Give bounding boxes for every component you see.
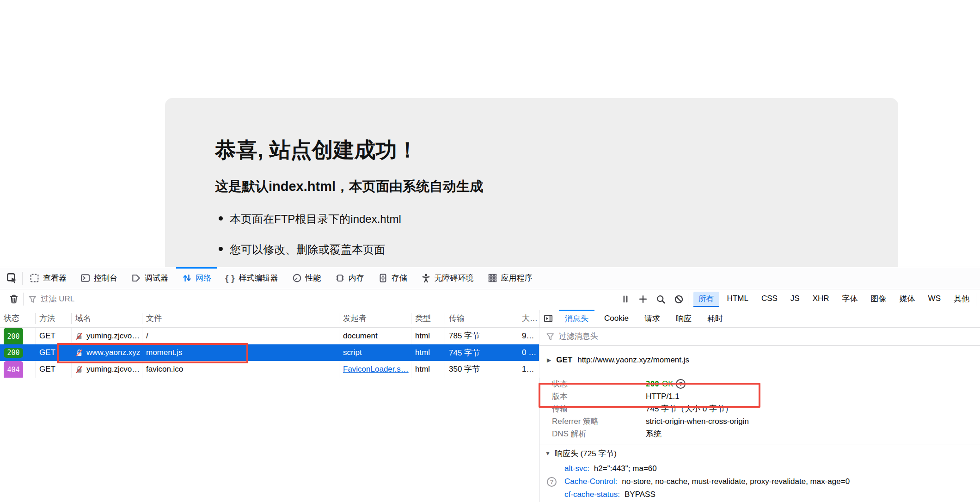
help-icon[interactable]: ? [547,477,557,487]
collapse-triangle-icon[interactable]: ▼ [545,450,551,457]
search-button[interactable] [652,289,670,309]
trash-icon [9,294,19,304]
header-row-cf-cache-status: cf-cache-status BYPASS [539,488,980,501]
tab-accessibility[interactable]: 无障碍环境 [414,267,481,289]
summary-row-version: 版本 HTTP/1.1 [539,390,980,403]
details-tab-cookie[interactable]: Cookie [596,310,637,327]
header-name[interactable]: cf-cache-status [564,490,620,499]
type-filter-html[interactable]: HTML [722,292,753,306]
column-header-initiator[interactable]: 发起者 [339,313,411,324]
tab-label: 性能 [306,273,321,283]
column-header-method[interactable]: 方法 [36,313,72,324]
details-tab-request[interactable]: 请求 [637,310,668,327]
column-header-domain[interactable]: 域名 [72,313,142,324]
block-icon [674,294,684,304]
request-summary: 状态 200 OK ? 版本 HTTP/1.1 传输 745 字节（大小 0 字… [539,378,980,440]
tab-label: 内存 [349,273,364,283]
sidebar-toggle-button[interactable] [539,310,557,327]
sidebar-toggle-icon [544,314,553,323]
type-filter-js[interactable]: JS [785,292,805,306]
type-filter-other[interactable]: 其他 [949,292,974,307]
method-cell: GET [36,361,72,378]
request-row[interactable]: 404 GET yuming.zjcvo… favicon.ico [0,361,539,378]
domain-cell: yuming.zjcvo… [72,361,142,378]
details-tab-timings[interactable]: 耗时 [699,310,731,327]
performance-icon [292,273,302,283]
tab-network[interactable]: 网络 [175,267,218,289]
request-table-header: 状态 方法 域名 文件 发起者 类型 传输 大… [0,310,539,328]
tab-performance[interactable]: 性能 [285,267,328,289]
summary-row-referrer-policy: Referrer 策略 strict-origin-when-cross-ori… [539,415,980,428]
column-header-file[interactable]: 文件 [142,313,339,324]
devtools-tabbar: 查看器 控制台 调试器 网络 { } 样式编辑器 [0,267,980,289]
welcome-card: 恭喜, 站点创建成功！ 这是默认index.html，本页面由系统自动生成 本页… [165,98,898,267]
column-header-transferred[interactable]: 传输 [445,313,518,324]
type-filter-image[interactable]: 图像 [866,292,892,307]
column-header-status[interactable]: 状态 [0,313,36,324]
new-request-button[interactable] [634,289,652,309]
expand-triangle-icon[interactable]: ▶ [547,357,551,363]
header-name[interactable]: Cache-Control [564,477,617,486]
type-filter-all[interactable]: 所有 [693,292,719,307]
network-toolbar-actions: 所有 HTML CSS JS XHR 字体 图像 媒体 WS 其他 [617,289,976,309]
divider [23,293,24,306]
tab-debugger[interactable]: 调试器 [124,267,175,289]
details-tab-headers[interactable]: 消息头 [557,310,596,327]
type-filter-font[interactable]: 字体 [837,292,863,307]
request-row-selected[interactable]: 200 GET www.yaonz.xyz moment.js script [0,344,539,361]
tab-memory[interactable]: 内存 [328,267,371,289]
browser-page: 恭喜, 站点创建成功！ 这是默认index.html，本页面由系统自动生成 本页… [0,0,980,267]
header-name[interactable]: alt-svc [564,464,589,473]
network-content: 状态 方法 域名 文件 发起者 类型 传输 大… 200 GET [0,310,980,502]
response-headers-section[interactable]: ▼ 响应头 (725 字节) [539,445,980,462]
type-filter-media[interactable]: 媒体 [894,292,920,307]
page-subtitle: 这是默认index.html，本页面由系统自动生成 [215,178,483,196]
url-filter-input[interactable] [41,294,617,304]
details-tabbar: 消息头 Cookie 请求 响应 耗时 [539,310,980,328]
details-tab-response[interactable]: 响应 [668,310,699,327]
request-table: 状态 方法 域名 文件 发起者 类型 传输 大… 200 GET [0,310,539,502]
devtools-panel: 查看器 控制台 调试器 网络 { } 样式编辑器 [0,267,980,502]
tab-application[interactable]: 应用程序 [481,267,539,289]
column-header-size[interactable]: 大… [518,313,539,324]
bullet-item: 您可以修改、删除或覆盖本页面 [230,242,401,257]
type-filter-ws[interactable]: WS [923,292,946,306]
request-row[interactable]: 200 GET yuming.zjcvo… / document htm [0,328,539,344]
element-picker-button[interactable] [2,267,22,289]
tab-storage[interactable]: 存储 [371,267,414,289]
bullet-item: 本页面在FTP根目录下的index.html [230,212,401,227]
style-editor-icon: { } [225,273,235,283]
tab-style-editor[interactable]: { } 样式编辑器 [218,267,285,289]
help-icon[interactable]: ? [676,379,686,389]
initiator-link[interactable]: FaviconLoader.s… [343,365,409,373]
search-icon [656,294,666,304]
tab-inspector[interactable]: 查看器 [23,267,74,289]
status-badge: 404 [4,361,23,378]
memory-icon [335,273,345,283]
divider [688,293,688,306]
column-header-type[interactable]: 类型 [411,313,445,324]
type-cell: html [411,328,445,344]
request-url-row[interactable]: ▶ GET http://www.yaonz.xyz/moment.js [539,346,980,374]
type-filter-css[interactable]: CSS [756,292,783,306]
file-cell: / [142,328,339,344]
transferred-cell: 745 字节 [445,348,518,358]
block-request-button[interactable] [670,289,688,309]
insecure-lock-icon [75,366,83,373]
pause-button[interactable] [617,289,634,309]
type-cell: html [411,348,445,357]
method-cell: GET [36,328,72,344]
type-filter-xhr[interactable]: XHR [808,292,834,306]
domain-cell: yuming.zjcvo… [72,328,142,344]
transferred-cell: 785 字节 [445,328,518,344]
element-picker-icon [6,273,18,284]
header-row-cache-control: ? Cache-Control no-store, no-cache, must… [539,475,980,488]
console-icon [80,273,90,283]
tab-label: 控制台 [94,273,117,283]
headers-filter-input[interactable] [558,332,980,341]
filter-funnel-icon [546,332,554,341]
tab-console[interactable]: 控制台 [74,267,124,289]
network-icon [182,273,192,283]
summary-row-status: 状态 200 OK ? [539,378,980,390]
clear-requests-button[interactable] [5,289,23,309]
